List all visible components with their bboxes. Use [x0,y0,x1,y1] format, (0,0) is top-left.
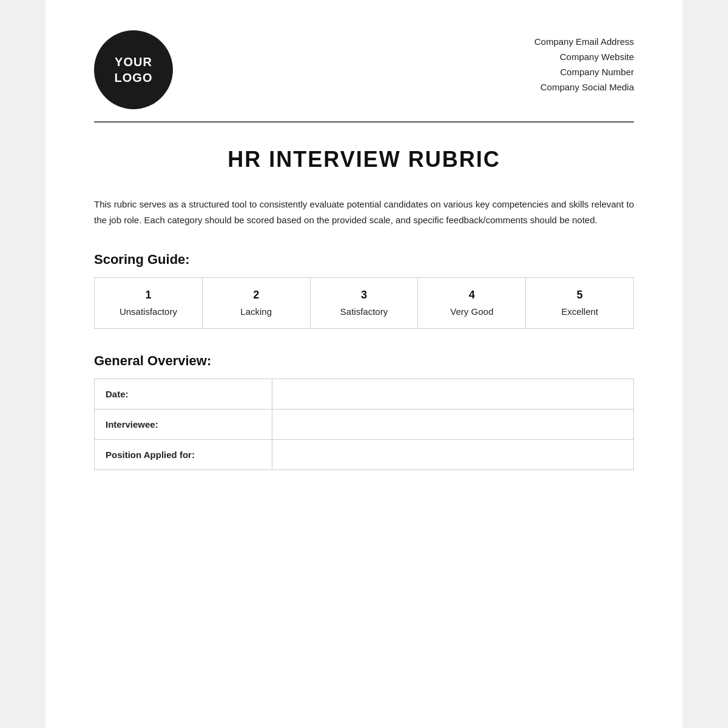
score-label-2: Lacking [240,306,272,317]
interviewee-label: Interviewee: [95,410,272,440]
overview-table: Date: Interviewee: Position Applied for: [94,379,634,470]
score-cell-4: 4 Very Good [418,278,526,329]
score-number-2: 2 [209,289,304,302]
position-label: Position Applied for: [95,440,272,470]
page: YOUR LOGO Company Email Address Company … [46,0,682,728]
score-cell-5: 5 Excellent [526,278,634,329]
scoring-table: 1 Unsatisfactory 2 Lacking 3 Satisfactor… [94,277,634,329]
company-email: Company Email Address [534,36,634,47]
score-label-4: Very Good [450,306,493,317]
date-value [272,379,634,410]
scoring-guide-title: Scoring Guide: [94,252,634,268]
description: This rubric serves as a structured tool … [94,197,634,228]
score-label-5: Excellent [561,306,598,317]
score-cell-3: 3 Satisfactory [310,278,418,329]
main-title: HR INTERVIEW RUBRIC [94,147,634,172]
company-number: Company Number [534,67,634,77]
table-row: Interviewee: [95,410,634,440]
logo: YOUR LOGO [94,30,173,109]
position-value [272,440,634,470]
header: YOUR LOGO Company Email Address Company … [94,30,634,109]
company-website: Company Website [534,52,634,62]
general-overview-title: General Overview: [94,353,634,369]
score-cell-1: 1 Unsatisfactory [95,278,203,329]
header-divider [94,121,634,123]
table-row: Date: [95,379,634,410]
date-label: Date: [95,379,272,410]
score-label-3: Satisfactory [340,306,388,317]
score-number-4: 4 [424,289,519,302]
score-number-5: 5 [532,289,627,302]
score-label-1: Unsatisfactory [120,306,177,317]
table-row: Position Applied for: [95,440,634,470]
score-number-3: 3 [317,289,412,302]
interviewee-value [272,410,634,440]
scoring-row: 1 Unsatisfactory 2 Lacking 3 Satisfactor… [95,278,634,329]
score-cell-2: 2 Lacking [202,278,310,329]
logo-line2: LOGO [115,70,153,86]
score-number-1: 1 [101,289,196,302]
company-social: Company Social Media [534,82,634,92]
logo-line1: YOUR [115,54,152,70]
company-info: Company Email Address Company Website Co… [534,30,634,92]
